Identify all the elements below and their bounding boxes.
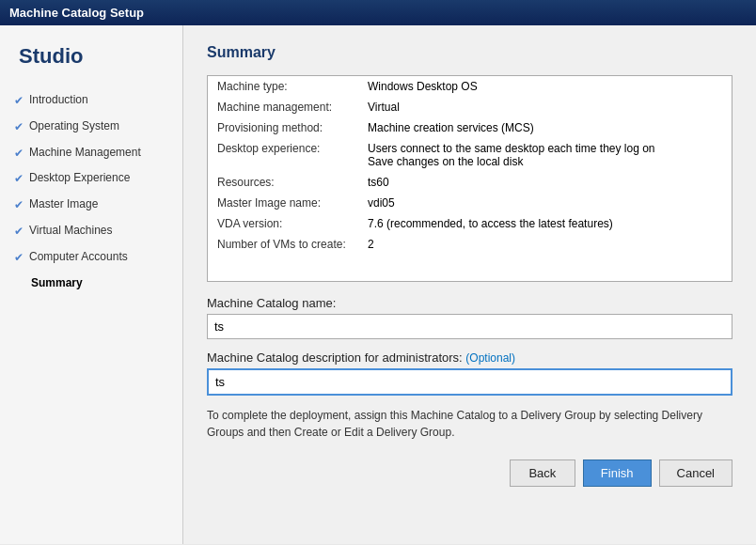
sidebar: Studio ✔Introduction✔Operating System✔Ma…: [0, 25, 183, 544]
back-button[interactable]: Back: [510, 459, 575, 487]
sidebar-item-label-machine-management: Machine Management: [29, 145, 141, 161]
footer-buttons: Back Finish Cancel: [207, 459, 732, 487]
sidebar-item-label-virtual-machines: Virtual Machines: [29, 223, 113, 239]
check-icon-master-image: ✔: [14, 197, 24, 213]
description-optional: (Optional): [465, 351, 515, 365]
check-icon-computer-accounts: ✔: [14, 250, 24, 266]
hint-text: To complete the deployment, assign this …: [207, 407, 732, 441]
check-icon-desktop-experience: ✔: [14, 171, 24, 187]
summary-row-value: Machine creation services (MCS): [358, 117, 732, 138]
sidebar-item-summary[interactable]: Summary: [0, 271, 182, 296]
summary-row-value: vdi05: [358, 193, 732, 213]
summary-row: Resources:ts60: [208, 172, 732, 193]
summary-row: Desktop experience:Users connect to the …: [208, 138, 732, 172]
sidebar-item-introduction[interactable]: ✔Introduction: [0, 87, 182, 114]
sidebar-item-machine-management[interactable]: ✔Machine Management: [0, 140, 182, 166]
summary-row: Provisioning method:Machine creation ser…: [208, 117, 732, 138]
summary-row-label: Machine type:: [208, 76, 358, 97]
summary-row: Machine management:Virtual: [208, 97, 732, 117]
sidebar-item-label-summary: Summary: [31, 275, 83, 291]
check-icon-operating-system: ✔: [14, 119, 24, 135]
main-content: Summary Machine type:Windows Desktop OSM…: [183, 25, 756, 544]
summary-row-label: Machine management:: [208, 97, 358, 117]
summary-row: Master Image name:vdi05: [208, 193, 732, 213]
catalog-name-label: Machine Catalog name:: [207, 296, 732, 310]
sidebar-item-label-introduction: Introduction: [29, 92, 88, 108]
description-group: Machine Catalog description for administ…: [207, 350, 732, 396]
summary-row-label: Desktop experience:: [208, 138, 358, 172]
description-label: Machine Catalog description for administ…: [207, 350, 732, 365]
summary-row-label: Provisioning method:: [208, 117, 358, 138]
sidebar-logo: Studio: [0, 44, 182, 87]
sidebar-item-label-master-image: Master Image: [29, 196, 98, 212]
summary-row-label: Resources:: [208, 172, 358, 193]
summary-row-label: Master Image name:: [208, 193, 358, 213]
summary-table: Machine type:Windows Desktop OSMachine m…: [208, 76, 732, 255]
finish-button[interactable]: Finish: [583, 459, 652, 487]
sidebar-item-label-computer-accounts: Computer Accounts: [29, 249, 128, 265]
sidebar-item-operating-system[interactable]: ✔Operating System: [0, 114, 182, 140]
description-input[interactable]: [207, 368, 732, 396]
sidebar-item-label-operating-system: Operating System: [29, 118, 119, 134]
summary-row: Number of VMs to create:2: [208, 234, 732, 255]
sidebar-item-computer-accounts[interactable]: ✔Computer Accounts: [0, 244, 182, 271]
summary-row-value: Windows Desktop OS: [358, 76, 732, 97]
summary-table-wrapper[interactable]: Machine type:Windows Desktop OSMachine m…: [207, 75, 732, 282]
title-bar-label: Machine Catalog Setup: [9, 6, 144, 20]
sidebar-item-virtual-machines[interactable]: ✔Virtual Machines: [0, 218, 182, 244]
title-bar: Machine Catalog Setup: [0, 0, 756, 25]
catalog-name-group: Machine Catalog name:: [207, 296, 732, 339]
check-icon-introduction: ✔: [14, 93, 24, 109]
sidebar-item-desktop-experience[interactable]: ✔Desktop Experience: [0, 165, 182, 192]
summary-row-label: Number of VMs to create:: [208, 234, 358, 255]
summary-row-value: ts60: [358, 172, 732, 193]
summary-row-value: Virtual: [358, 97, 732, 117]
summary-row: Machine type:Windows Desktop OS: [208, 76, 732, 97]
check-icon-virtual-machines: ✔: [14, 224, 24, 240]
check-icon-machine-management: ✔: [14, 146, 24, 162]
sidebar-item-master-image[interactable]: ✔Master Image: [0, 192, 182, 218]
sidebar-item-label-desktop-experience: Desktop Experience: [29, 170, 130, 186]
summary-row-value: 2: [358, 234, 732, 255]
summary-row: VDA version:7.6 (recommended, to access …: [208, 213, 732, 234]
summary-row-value: 7.6 (recommended, to access the latest f…: [358, 213, 732, 234]
cancel-button[interactable]: Cancel: [659, 459, 732, 487]
summary-row-label: VDA version:: [208, 213, 358, 234]
catalog-name-input[interactable]: [207, 314, 732, 339]
summary-row-value: Users connect to the same desktop each t…: [358, 138, 732, 172]
section-title: Summary: [207, 44, 732, 61]
